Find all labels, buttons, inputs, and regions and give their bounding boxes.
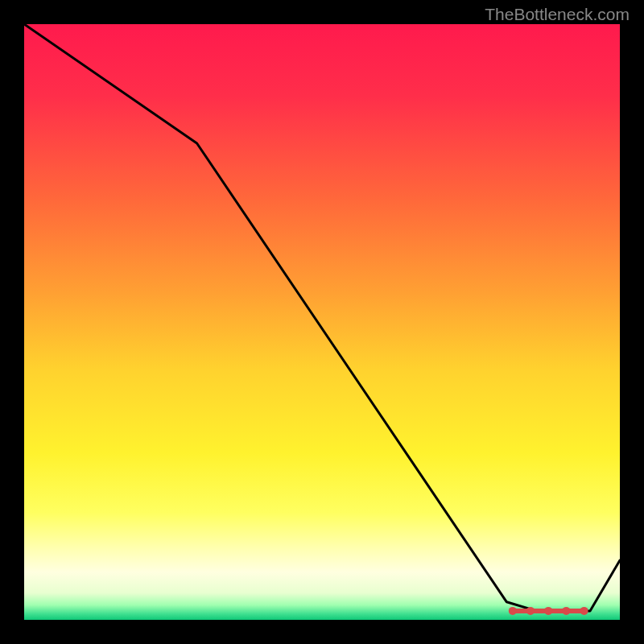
svg-rect-0 bbox=[24, 24, 620, 620]
background-gradient bbox=[24, 24, 620, 620]
watermark-label: TheBottleneck.com bbox=[485, 5, 630, 24]
chart-container: TheBottleneck.com bbox=[0, 0, 644, 644]
plot-area bbox=[24, 24, 620, 620]
